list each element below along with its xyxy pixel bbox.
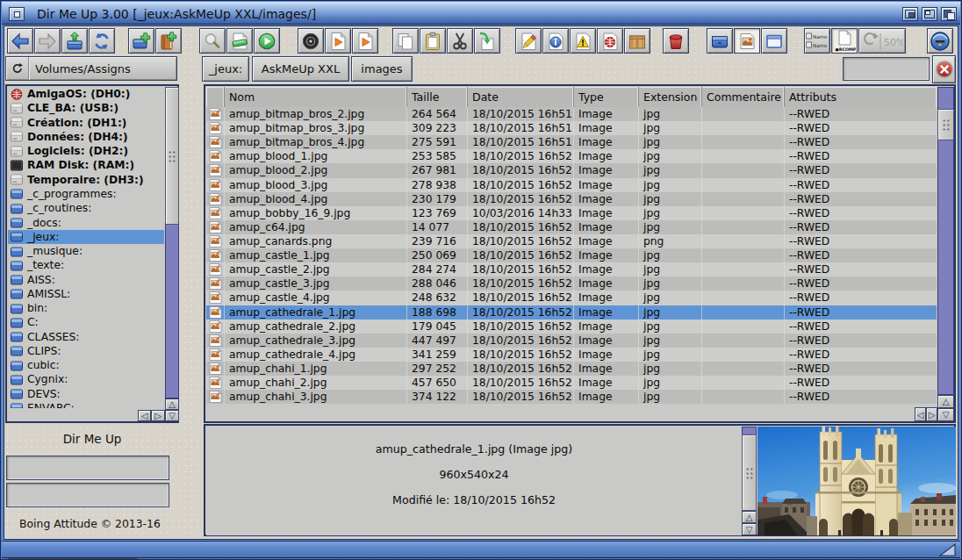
- paste-button[interactable]: [420, 28, 446, 54]
- volume-item[interactable]: _docs:: [8, 215, 164, 229]
- file-row[interactable]: amup_blood_2.jpg267 98118/10/2015 16h52I…: [206, 163, 937, 177]
- col-header-nom[interactable]: Nom: [225, 87, 407, 107]
- volume-item[interactable]: _musique:: [8, 244, 164, 258]
- file-row[interactable]: amup_blood_4.jpg230 17918/10/2015 16h52I…: [206, 192, 937, 206]
- volume-item[interactable]: CLIPS:: [8, 344, 164, 358]
- breadcrumb-1[interactable]: AskMeUp XXL: [252, 56, 349, 82]
- volume-item[interactable]: C:: [8, 315, 164, 329]
- forward-button[interactable]: [34, 28, 61, 54]
- col-header-taille[interactable]: Taille: [407, 87, 468, 107]
- sidebar-scroll-right[interactable]: ▷: [151, 410, 165, 421]
- close-window-icon[interactable]: [9, 7, 25, 21]
- volume-item[interactable]: AmigaOS: (DH0:): [8, 87, 164, 101]
- file-row[interactable]: amup_chahi_3.jpg374 12218/10/2015 16h52I…: [206, 390, 937, 404]
- file-row[interactable]: amup_c64.jpg14 07718/10/2015 16h52Imagej…: [206, 220, 937, 234]
- archive-button[interactable]: [624, 28, 650, 54]
- boing-doc-button[interactable]: [597, 28, 623, 54]
- back-button[interactable]: [7, 28, 33, 54]
- volume-item[interactable]: AMISSL:: [8, 287, 164, 301]
- rcomp-button[interactable]: ●RCOMP: [831, 28, 858, 54]
- image-view-button[interactable]: [734, 28, 760, 54]
- depth-icon[interactable]: [941, 7, 957, 21]
- file-row[interactable]: amup_chahi_2.jpg457 65018/10/2015 16h52I…: [206, 376, 937, 390]
- file-row[interactable]: amup_canards.png239 71618/10/2015 16h52I…: [206, 234, 937, 248]
- breadcrumb-2[interactable]: images: [351, 56, 413, 82]
- file-row[interactable]: amup_bitmap_bros_2.jpg264 56418/10/2015 …: [206, 107, 937, 121]
- file-row[interactable]: amup_cathedrale_1.jpg188 69818/10/2015 1…: [206, 305, 937, 319]
- col-header-type[interactable]: Type: [574, 87, 639, 107]
- sort-names-button[interactable]: NameName: [804, 28, 830, 54]
- titlebar[interactable]: Dir Me Up 3.00 [_jeux:AskMeUp XXL/images…: [2, 2, 960, 25]
- file-row[interactable]: amup_blood_3.jpg278 93818/10/2015 16h52I…: [206, 178, 937, 192]
- table-scroll-left[interactable]: ◁: [915, 407, 926, 421]
- file-row[interactable]: amup_castle_2.jpg284 27418/10/2015 16h52…: [206, 262, 937, 276]
- file-row[interactable]: amup_bitmap_bros_3.jpg309 22318/10/2015 …: [206, 121, 937, 135]
- col-header-attributs[interactable]: Attributs: [785, 87, 937, 107]
- volume-item[interactable]: _jeux:: [8, 230, 164, 244]
- volume-item[interactable]: RAM Disk: (RAM:): [8, 158, 164, 172]
- image-preview[interactable]: [757, 427, 956, 535]
- file-row[interactable]: amup_castle_3.jpg288 04618/10/2015 16h52…: [206, 276, 937, 291]
- volume-item[interactable]: _texte:: [8, 258, 164, 272]
- sidebar-scroll-down[interactable]: ▽: [165, 410, 179, 421]
- volume-item[interactable]: DEVS:: [8, 387, 164, 401]
- play-file-button[interactable]: [325, 28, 351, 54]
- parent-button[interactable]: [61, 28, 88, 54]
- volume-item[interactable]: cubic:: [8, 358, 164, 372]
- close-filter-button[interactable]: [932, 55, 956, 83]
- col-header-extension[interactable]: Extension: [639, 87, 702, 107]
- trash-button[interactable]: [663, 28, 689, 54]
- run-button[interactable]: [254, 28, 280, 54]
- cut-button[interactable]: [447, 28, 473, 54]
- sidebar-vscroll-thumb[interactable]: [165, 87, 179, 225]
- boing-button[interactable]: [927, 28, 953, 54]
- zoom-level-button[interactable]: 50%: [858, 28, 906, 54]
- filter-input[interactable]: [843, 57, 930, 81]
- volume-item[interactable]: Données: (DH4:): [8, 130, 164, 144]
- window-view-button[interactable]: [761, 28, 787, 54]
- new-drawer-button[interactable]: [128, 28, 154, 54]
- volume-item[interactable]: _c_programmes:: [8, 187, 164, 201]
- table-vscroll-thumb[interactable]: [937, 109, 954, 140]
- volume-item[interactable]: AISS:: [8, 272, 164, 286]
- volume-item[interactable]: CLASSES:: [8, 330, 164, 344]
- volume-item[interactable]: Temporaire: (DH3:): [8, 173, 164, 187]
- information-button[interactable]: [542, 28, 569, 54]
- iconify-icon[interactable]: [902, 7, 918, 21]
- sound-button[interactable]: [298, 28, 324, 54]
- volume-item[interactable]: bin:: [8, 301, 164, 315]
- volume-item[interactable]: Création: (DH1:): [8, 116, 164, 130]
- drawer-view-button[interactable]: [707, 28, 733, 54]
- col-header-date[interactable]: Date: [468, 87, 574, 107]
- copy-button[interactable]: [392, 28, 419, 54]
- table-scroll-right[interactable]: ▷: [926, 407, 937, 421]
- file-row[interactable]: amup_cathedrale_4.jpg341 25918/10/2015 1…: [206, 348, 937, 362]
- file-row[interactable]: amup_cathedrale_2.jpg179 04518/10/2015 1…: [206, 319, 937, 334]
- play-file-2-button[interactable]: [352, 28, 378, 54]
- volumes-assigns-header[interactable]: Volumes/Assigns: [5, 56, 177, 81]
- volume-item[interactable]: ENVARC:: [8, 401, 164, 408]
- warning-button[interactable]: [570, 28, 596, 54]
- file-row[interactable]: amup_bobby_16_9.jpg123 76910/03/2016 14h…: [206, 206, 937, 220]
- file-row[interactable]: amup_blood_1.jpg253 58518/10/2015 16h52I…: [206, 149, 937, 163]
- volume-item[interactable]: Cygnix:: [8, 372, 164, 386]
- search-button[interactable]: [199, 28, 226, 54]
- col-header-commentaire[interactable]: Commentaire: [702, 87, 785, 107]
- sidebar-scroll-left[interactable]: ◁: [138, 410, 151, 421]
- resize-icon[interactable]: [937, 543, 957, 556]
- file-row[interactable]: amup_castle_4.jpg248 63218/10/2015 16h52…: [206, 291, 937, 305]
- volume-item[interactable]: CLE_BA: (USB:): [8, 101, 164, 115]
- volume-item[interactable]: Logiciels: (DH2:): [8, 144, 164, 158]
- file-row[interactable]: amup_castle_1.jpg250 06918/10/2015 16h52…: [206, 248, 937, 262]
- info-vscroll-thumb[interactable]: [742, 434, 757, 511]
- breadcrumb-0[interactable]: _jeux:: [202, 56, 249, 82]
- volume-item[interactable]: _c_routines:: [8, 201, 164, 215]
- edit-button[interactable]: [515, 28, 542, 54]
- zoom-window-icon[interactable]: [922, 7, 937, 21]
- info-scroll-down[interactable]: ▽: [742, 523, 757, 535]
- file-row[interactable]: amup_cathedrale_3.jpg447 49718/10/2015 1…: [206, 334, 937, 348]
- table-scroll-up[interactable]: △: [937, 395, 954, 408]
- refresh-button[interactable]: [89, 28, 115, 54]
- file-row[interactable]: amup_chahi_1.jpg297 25218/10/2015 16h52I…: [206, 362, 937, 376]
- file-row[interactable]: amup_bitmap_bros_4.jpg275 59118/10/2015 …: [206, 135, 937, 149]
